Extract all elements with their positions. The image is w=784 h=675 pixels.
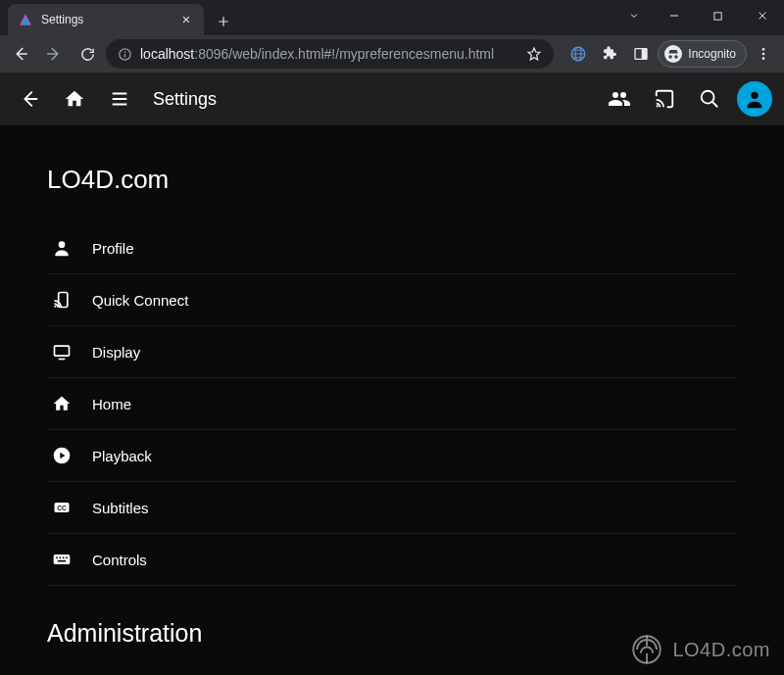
browser-titlebar: Settings (0, 0, 784, 35)
svg-rect-23 (63, 557, 65, 559)
svg-point-13 (59, 241, 66, 248)
page-title: Settings (153, 89, 217, 110)
menu-item-label: Profile (92, 240, 134, 257)
browser-tab[interactable]: Settings (8, 4, 204, 35)
svg-point-2 (124, 51, 126, 53)
window-close-button[interactable] (740, 0, 784, 31)
search-icon[interactable] (692, 81, 727, 117)
user-avatar[interactable] (737, 81, 772, 117)
svg-rect-25 (58, 560, 66, 562)
header-menu-button[interactable] (102, 81, 137, 117)
nav-forward-button[interactable] (39, 39, 69, 69)
svg-point-7 (762, 48, 765, 51)
syncplay-icon[interactable] (602, 81, 637, 117)
watermark-logo-icon (631, 634, 662, 665)
cc-icon: CC (51, 497, 73, 518)
incognito-icon (664, 45, 682, 63)
url-path: :8096/web/index.html#!/mypreferencesmenu… (194, 46, 494, 62)
svg-rect-20 (54, 554, 71, 564)
side-panel-icon[interactable] (626, 39, 656, 69)
url-text: localhost:8096/web/index.html#!/myprefer… (140, 46, 494, 62)
tab-title: Settings (41, 13, 171, 26)
menu-item-display[interactable]: Display (47, 326, 737, 378)
person-icon (51, 237, 73, 259)
svg-rect-24 (66, 557, 68, 559)
home-icon (51, 393, 73, 414)
menu-item-label: Subtitles (92, 500, 149, 516)
svg-point-11 (702, 91, 714, 104)
svg-point-12 (751, 92, 758, 99)
header-home-button[interactable] (57, 81, 92, 117)
svg-point-8 (762, 53, 765, 56)
nav-back-button[interactable] (6, 39, 35, 69)
menu-item-playback[interactable]: Playback (47, 430, 737, 482)
tab-strip: Settings (0, 0, 237, 35)
svg-text:CC: CC (57, 505, 67, 511)
jellyfin-favicon (18, 12, 33, 27)
address-bar[interactable]: localhost:8096/web/index.html#!/myprefer… (106, 39, 554, 69)
content-area: LO4D.com Profile Quick Connect Display (0, 125, 784, 667)
cast-icon[interactable] (647, 81, 682, 117)
menu-item-controls[interactable]: Controls (47, 534, 737, 586)
incognito-label: Incognito (688, 47, 736, 61)
watermark-text: LO4D.com (672, 639, 770, 661)
menu-item-home[interactable]: Home (47, 378, 737, 430)
watermark: LO4D.com (631, 634, 770, 665)
window-minimize-button[interactable] (652, 0, 696, 31)
new-tab-button[interactable] (210, 8, 237, 35)
cast-connect-icon (51, 289, 73, 311)
app-viewport: Settings LO4D.com Profile (0, 72, 784, 675)
toolbar-right: Incognito (558, 39, 778, 69)
extensions-icon[interactable] (595, 39, 624, 69)
svg-point-9 (762, 57, 765, 60)
menu-item-label: Display (92, 344, 140, 361)
svg-point-10 (657, 105, 659, 107)
browser-menu-icon[interactable] (749, 39, 778, 69)
header-back-button[interactable] (12, 81, 47, 117)
bookmark-star-icon[interactable] (526, 46, 542, 62)
keyboard-icon (51, 549, 73, 570)
svg-point-15 (54, 306, 56, 308)
menu-item-label: Controls (92, 552, 147, 568)
svg-rect-22 (60, 557, 62, 559)
globe-icon[interactable] (564, 39, 593, 69)
user-section-title: LO4D.com (47, 165, 737, 195)
menu-item-subtitles[interactable]: CC Subtitles (47, 482, 737, 534)
display-icon (51, 341, 73, 362)
menu-item-label: Home (92, 396, 131, 412)
tab-search-button[interactable] (616, 0, 652, 31)
play-icon (51, 445, 73, 466)
menu-item-profile[interactable]: Profile (47, 222, 737, 274)
menu-item-label: Playback (92, 448, 152, 464)
nav-reload-button[interactable] (73, 39, 102, 69)
menu-item-label: Quick Connect (92, 292, 188, 309)
svg-rect-16 (55, 346, 70, 356)
url-host: localhost (140, 46, 194, 62)
browser-toolbar: localhost:8096/web/index.html#!/myprefer… (0, 35, 784, 72)
window-controls (616, 0, 784, 31)
tab-close-button[interactable] (178, 12, 194, 27)
menu-item-quick-connect[interactable]: Quick Connect (47, 274, 737, 326)
incognito-badge[interactable]: Incognito (658, 40, 747, 68)
app-header: Settings (0, 72, 784, 125)
window-maximize-button[interactable] (696, 0, 740, 31)
svg-rect-6 (643, 49, 648, 60)
site-info-icon[interactable] (118, 47, 132, 62)
svg-rect-0 (714, 12, 721, 19)
settings-menu-list: Profile Quick Connect Display Home (47, 222, 737, 586)
svg-rect-21 (56, 557, 58, 559)
